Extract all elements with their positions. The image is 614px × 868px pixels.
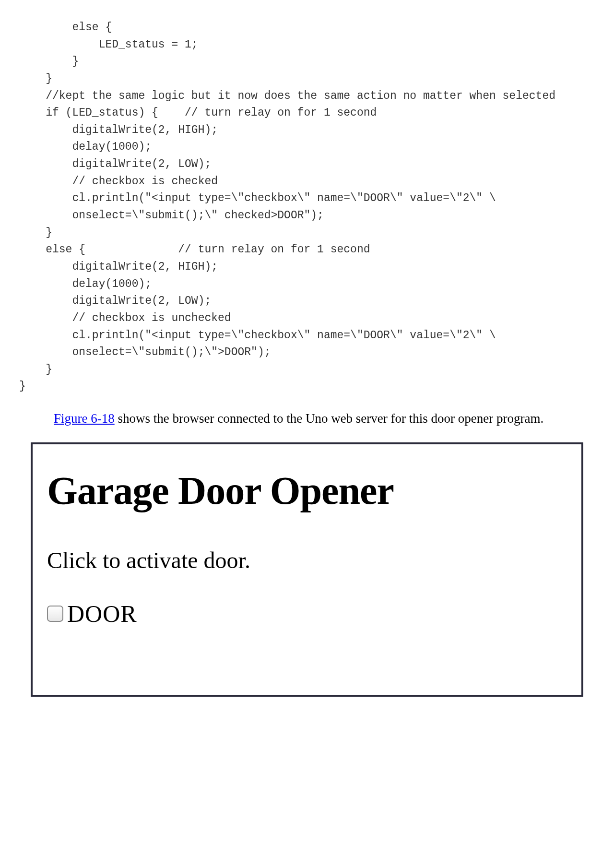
caption-text: shows the browser connected to the Uno w… — [115, 411, 544, 426]
door-control-row: DOOR — [47, 600, 567, 628]
page-title: Garage Door Opener — [47, 468, 567, 513]
figure-reference-link[interactable]: Figure 6-18 — [54, 411, 115, 426]
code-listing: else { LED_status = 1; } } //kept the sa… — [19, 19, 585, 395]
door-checkbox[interactable] — [47, 606, 63, 622]
figure-browser-screenshot: Garage Door Opener Click to activate doo… — [31, 442, 583, 697]
figure-caption-paragraph: Figure 6-18 shows the browser connected … — [29, 410, 585, 428]
door-checkbox-label: DOOR — [67, 600, 137, 628]
page-instruction: Click to activate door. — [47, 547, 567, 573]
